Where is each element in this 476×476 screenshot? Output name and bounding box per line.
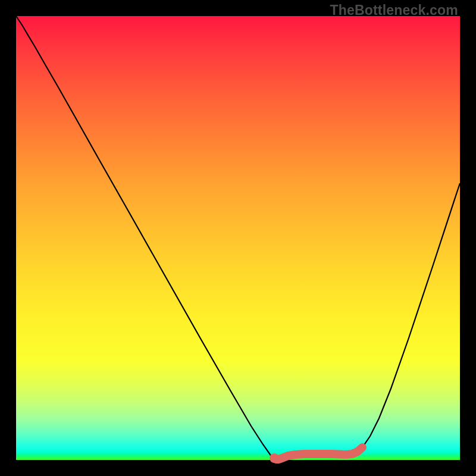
watermark-text: TheBottleneck.com <box>330 2 458 18</box>
main-curve <box>16 16 460 459</box>
highlight-segment <box>276 447 362 459</box>
plot-area <box>16 16 460 460</box>
chart-svg <box>16 16 460 460</box>
chart-frame <box>16 16 460 460</box>
highlight-dot-start <box>270 453 279 463</box>
